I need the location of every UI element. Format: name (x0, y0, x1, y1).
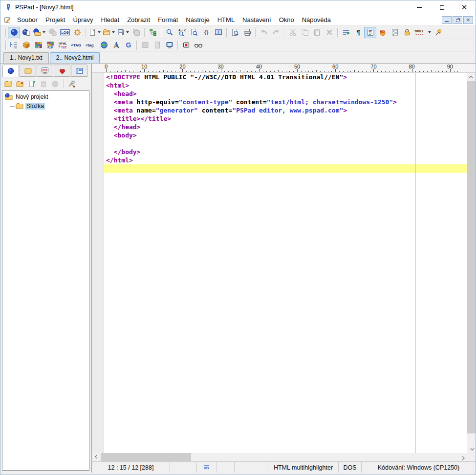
html-to-text-button[interactable]: HTMLTXT (57, 40, 69, 51)
code-explorer-button[interactable] (147, 27, 159, 38)
mdi-close-button[interactable]: ✕ (463, 16, 473, 24)
horizontal-scrollbar[interactable] (92, 453, 467, 461)
maximize-button[interactable] (431, 0, 453, 14)
tab-novy1-txt[interactable]: 1.. Novy1.txt (3, 52, 49, 63)
open-project-folder-button[interactable] (32, 27, 46, 38)
project-properties-button[interactable] (49, 78, 61, 89)
project-tools-button[interactable] (65, 78, 77, 89)
menu-projekt[interactable]: Projekt (42, 15, 69, 24)
spell-check-button[interactable]: SPELL (413, 27, 432, 38)
tag-lowercase-button[interactable]: <tag (84, 40, 98, 51)
open-file-button[interactable] (102, 27, 116, 38)
undo-button[interactable] (258, 27, 270, 38)
menu-napoveda[interactable]: Nápověda (298, 15, 335, 24)
code-editor[interactable]: <!DOCTYPE HTML PUBLIC "-//W3C//DTD HTML … (104, 73, 467, 453)
add-folder-button[interactable]: + (2, 78, 14, 89)
tag-uppercase-button[interactable]: <TAG (69, 40, 84, 51)
svg-text:{}: {} (204, 29, 208, 35)
vertical-scroll-thumb[interactable] (467, 81, 476, 433)
project-log-button[interactable]: LOG (59, 27, 71, 38)
scrollbar-corner (467, 453, 476, 461)
stay-on-top-button[interactable] (432, 27, 444, 38)
horizontal-scroll-thumb[interactable] (101, 453, 191, 461)
scroll-right-arrow[interactable] (459, 453, 467, 461)
menu-zobrazit[interactable]: Zobrazit (123, 15, 154, 24)
mdi-restore-button[interactable] (453, 16, 462, 24)
vertical-scrollbar[interactable] (467, 73, 476, 453)
menu-okno[interactable]: Okno (275, 15, 298, 24)
compress-html-button[interactable] (20, 40, 32, 51)
remove-folder-button[interactable]: x (14, 78, 26, 89)
menu-upravy[interactable]: Úpravy (69, 15, 97, 24)
macro-record-button[interactable] (180, 40, 192, 51)
print-preview-button[interactable] (229, 27, 241, 38)
external-browser-button[interactable] (163, 40, 175, 51)
google-search-button[interactable]: G (122, 40, 134, 51)
redo-button[interactable] (270, 27, 282, 38)
word-wrap-button[interactable] (340, 27, 352, 38)
show-formatting-button[interactable]: ¶ (352, 27, 364, 38)
save-project-button[interactable] (46, 27, 59, 38)
menu-nastaveni[interactable]: Nastavení (238, 15, 275, 24)
project-sphere-icon (7, 68, 14, 74)
color-code-button[interactable]: #10 (44, 40, 57, 51)
highlighter-settings-button[interactable]: C++ (376, 27, 389, 38)
sidebar-tab-favorites[interactable] (54, 65, 70, 77)
mdi-minimize-button[interactable] (442, 16, 452, 24)
minimize-button[interactable] (408, 0, 431, 14)
status-line-ending: DOS (339, 462, 362, 473)
close-button[interactable]: ✕ (453, 0, 476, 14)
line-numbers-button[interactable]: 12 (389, 27, 401, 38)
matching-bracket-button[interactable]: {} (200, 27, 212, 38)
page-preview-button[interactable] (151, 40, 163, 51)
sidebar-tab-templates[interactable] (71, 65, 87, 77)
scroll-down-arrow[interactable] (467, 445, 476, 453)
code-line: <body> (104, 131, 467, 139)
svg-text:#10: #10 (47, 45, 53, 49)
status-empty-1 (170, 462, 197, 473)
menu-format[interactable]: Formát (154, 15, 182, 24)
project-file-button[interactable] (20, 27, 32, 38)
html-validator-button[interactable] (110, 40, 122, 51)
project-settings-button[interactable] (71, 27, 83, 38)
fullscreen-button[interactable] (139, 40, 151, 51)
window-bottom-edge (0, 473, 476, 475)
browser-preview-button[interactable] (98, 40, 110, 51)
delete-button[interactable] (323, 27, 335, 38)
replace-button[interactable]: A→Z (175, 27, 188, 38)
lock-file-button[interactable] (401, 27, 413, 38)
search-button[interactable] (163, 27, 175, 38)
new-file-button[interactable] (87, 27, 102, 38)
menu-nastroje[interactable]: Nástroje (182, 15, 213, 24)
sidebar-tab-ftp[interactable]: FTP (37, 65, 53, 77)
save-all-button[interactable] (130, 27, 142, 38)
cut-button[interactable] (286, 27, 299, 38)
macro-view-button[interactable] (192, 40, 204, 51)
tab-novy2-html[interactable]: 2.. Novy2.html (50, 52, 100, 63)
status-empty-3 (227, 462, 235, 473)
sidebar-tab-project[interactable] (2, 65, 19, 77)
sidebar-tab-files[interactable] (20, 65, 36, 77)
open-project-button[interactable] (8, 27, 20, 38)
print-button[interactable] (241, 27, 253, 38)
reformat-code-button[interactable] (8, 40, 20, 51)
syntax-highlighting-button[interactable] (364, 27, 376, 38)
save-file-button[interactable] (116, 27, 130, 38)
editor-area: 0102030405060708090 <!DOCTYPE HTML PUBLI… (91, 64, 476, 461)
add-file-button[interactable]: + (26, 78, 38, 89)
paste-button[interactable] (311, 27, 323, 38)
tree-item-project-root[interactable]: Nový projekt (2, 92, 89, 101)
menu-hledat[interactable]: Hledat (97, 15, 124, 24)
search-in-files-button[interactable] (188, 27, 200, 38)
menu-html[interactable]: HTML (214, 15, 238, 24)
color-palette-button[interactable] (32, 40, 44, 51)
remove-file-button[interactable] (38, 78, 49, 89)
tree-item-folder[interactable]: Složka (2, 101, 89, 111)
code-clips-button[interactable] (212, 27, 224, 38)
scroll-up-arrow[interactable] (467, 73, 476, 81)
right-margin-line (415, 73, 416, 453)
scroll-left-arrow[interactable] (92, 453, 100, 461)
menu-soubor[interactable]: Soubor (13, 15, 42, 24)
folder-icon (16, 103, 23, 109)
copy-button[interactable] (299, 27, 311, 38)
